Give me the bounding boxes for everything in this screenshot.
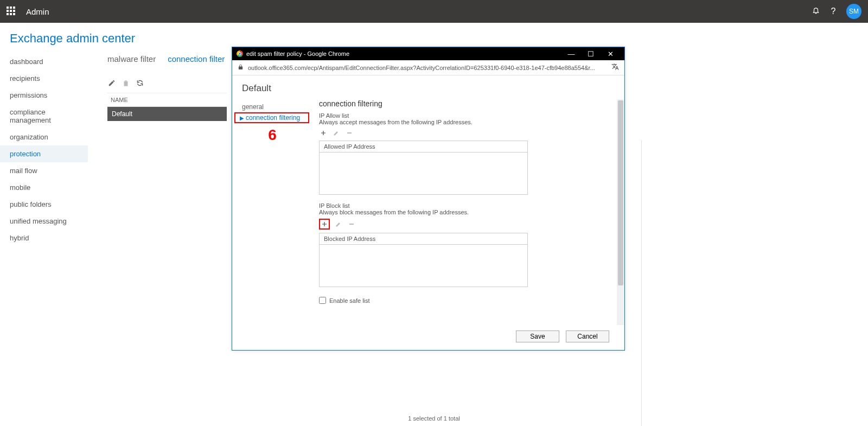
sidebar-item-dashboard[interactable]: dashboard — [0, 53, 88, 70]
block-remove-icon[interactable] — [347, 220, 356, 228]
block-add-icon[interactable] — [319, 219, 330, 230]
block-list-desc: Always block messages from the following… — [319, 209, 615, 215]
user-avatar[interactable]: SM — [846, 4, 861, 19]
window-minimize-button[interactable]: — — [561, 50, 581, 58]
popup-scrollbar[interactable] — [617, 99, 624, 325]
enable-safe-list-checkbox[interactable] — [319, 297, 326, 304]
allow-list-desc: Always accept messages from the followin… — [319, 119, 615, 125]
grid-row-default[interactable]: Default — [107, 107, 227, 121]
popup-footer: Save Cancel — [232, 325, 624, 350]
app-title: Admin — [26, 7, 49, 16]
app-launcher-icon[interactable] — [7, 7, 16, 16]
address-bar: outlook.office365.com/ecp/Antispam/EditC… — [232, 60, 624, 75]
sidebar-item-unified-messaging[interactable]: unified messaging — [0, 213, 88, 230]
refresh-icon[interactable] — [136, 79, 144, 87]
grid-header-name: NAME — [107, 93, 227, 107]
sidebar-item-hybrid[interactable]: hybrid — [0, 230, 88, 246]
scrollbar-thumb[interactable] — [618, 100, 623, 285]
allow-list-box[interactable]: Allowed IP Address — [319, 141, 528, 195]
caret-right-icon: ▶ — [240, 115, 244, 121]
notifications-icon[interactable] — [807, 7, 825, 16]
tab-connection-filter[interactable]: connection filter — [168, 54, 225, 63]
allow-add-icon[interactable] — [319, 129, 328, 137]
delete-icon[interactable] — [122, 79, 130, 87]
sidebar: dashboard recipients permissions complia… — [0, 51, 88, 426]
sidebar-item-public-folders[interactable]: public folders — [0, 196, 88, 213]
enable-safe-list-label: Enable safe list — [329, 297, 370, 304]
sidebar-item-organization[interactable]: organization — [0, 129, 88, 145]
sidebar-item-mail-flow[interactable]: mail flow — [0, 162, 88, 179]
section-title: connection filtering — [319, 99, 615, 108]
annotation-number: 6 — [232, 126, 312, 144]
popup-window-title: edit spam filter policy - Google Chrome — [246, 50, 349, 57]
popup-nav: general ▶connection filtering 6 — [232, 99, 312, 325]
popup-nav-general[interactable]: general — [232, 101, 312, 112]
block-edit-icon[interactable] — [334, 220, 343, 228]
allow-edit-icon[interactable] — [332, 129, 341, 137]
page-title: Exchange admin center — [10, 31, 868, 46]
tab-malware-filter[interactable]: malware filter — [107, 54, 156, 63]
sidebar-item-protection[interactable]: protection — [0, 145, 88, 162]
help-icon[interactable]: ? — [825, 7, 842, 16]
popup-nav-connection-filtering[interactable]: ▶connection filtering — [234, 112, 309, 123]
vertical-divider — [641, 140, 642, 426]
lock-icon — [238, 64, 244, 71]
window-close-button[interactable]: ✕ — [601, 50, 620, 58]
save-button[interactable]: Save — [516, 330, 559, 342]
translate-icon[interactable] — [611, 63, 619, 72]
status-bar: 1 selected of 1 total — [408, 415, 459, 422]
url-text: outlook.office365.com/ecp/Antispam/EditC… — [248, 65, 607, 71]
sidebar-item-mobile[interactable]: mobile — [0, 179, 88, 196]
allow-list-label: IP Allow list — [319, 112, 615, 119]
allow-list-header: Allowed IP Address — [320, 141, 527, 152]
popup-heading: Default — [232, 75, 624, 99]
top-bar: Admin ? SM — [0, 0, 868, 23]
block-list-header: Blocked IP Address — [320, 233, 527, 245]
allow-remove-icon[interactable] — [345, 129, 354, 137]
block-list-box[interactable]: Blocked IP Address — [319, 233, 528, 287]
cancel-button[interactable]: Cancel — [566, 330, 609, 342]
popup-window: edit spam filter policy - Google Chrome … — [232, 47, 625, 351]
block-list-label: IP Block list — [319, 202, 615, 209]
popup-content: connection filtering IP Allow list Alway… — [312, 99, 624, 325]
edit-icon[interactable] — [107, 79, 116, 87]
sidebar-item-permissions[interactable]: permissions — [0, 87, 88, 104]
popup-titlebar: edit spam filter policy - Google Chrome … — [232, 47, 624, 60]
enable-safe-list-row: Enable safe list — [319, 297, 615, 304]
sidebar-item-compliance-management[interactable]: compliance management — [0, 104, 88, 129]
sidebar-item-recipients[interactable]: recipients — [0, 70, 88, 87]
window-maximize-button[interactable]: ☐ — [581, 50, 601, 58]
chrome-icon — [237, 50, 243, 57]
